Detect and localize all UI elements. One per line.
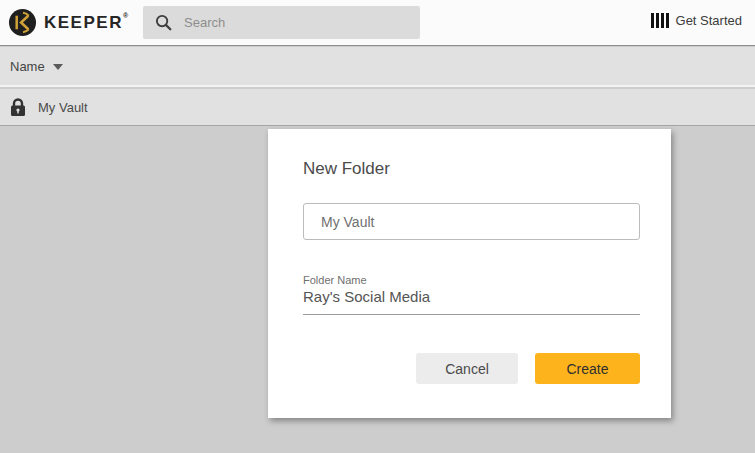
keeper-brand[interactable]: KEEPER® [8,8,130,37]
search-input[interactable] [184,15,404,30]
new-folder-dialog: New Folder My Vault Folder Name Cancel C… [268,129,671,418]
create-button[interactable]: Create [535,353,640,384]
folder-name-label: Folder Name [303,274,367,286]
registered-mark: ® [123,12,130,19]
brand-name: KEEPER® [44,13,130,33]
get-started-button[interactable]: Get Started [651,13,742,28]
search-icon [155,14,172,31]
parent-folder-select[interactable]: My Vault [303,203,640,240]
cancel-button[interactable]: Cancel [416,353,518,384]
name-header-label: Name [10,59,45,74]
bars-icon [651,13,669,28]
folder-row-label: My Vault [38,100,88,115]
topbar: KEEPER® Get Started [0,0,755,46]
dialog-title: New Folder [303,159,390,179]
keeper-logo-icon [8,8,37,37]
sort-caret-icon [53,64,63,70]
lock-icon [10,98,26,117]
keeper-app-window: KEEPER® Get Started Name My Vault Ne [0,0,755,453]
parent-folder-value: My Vault [321,214,374,230]
get-started-label: Get Started [676,13,742,28]
search-box[interactable] [143,6,420,39]
folder-name-input[interactable] [303,288,640,315]
folder-row-my-vault[interactable]: My Vault [0,89,755,126]
name-column-header[interactable]: Name [0,47,755,87]
